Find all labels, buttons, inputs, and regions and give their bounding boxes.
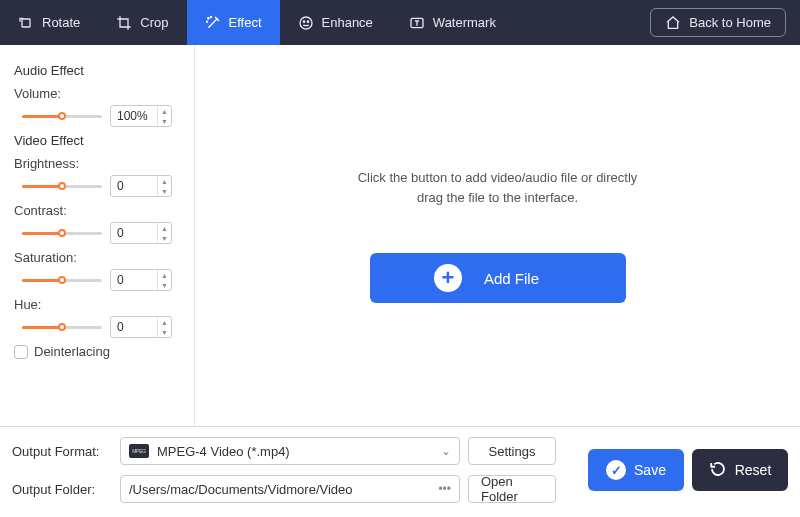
tab-effect[interactable]: Effect (187, 0, 280, 45)
settings-label: Settings (489, 444, 536, 459)
enhance-icon (298, 15, 314, 31)
toolbar-spacer (514, 0, 650, 45)
tab-crop[interactable]: Crop (98, 0, 186, 45)
output-format-label: Output Format: (12, 444, 112, 459)
output-folder-value: /Users/mac/Documents/Vidmore/Video (129, 482, 430, 497)
tab-label: Effect (229, 15, 262, 30)
svg-rect-0 (22, 19, 30, 27)
hue-value: 0 (111, 320, 157, 334)
top-toolbar: Rotate Crop Effect (0, 0, 800, 45)
stepper-buttons[interactable]: ▲▼ (157, 223, 171, 243)
svg-point-4 (300, 17, 312, 29)
svg-point-2 (210, 16, 211, 17)
output-folder-label: Output Folder: (12, 482, 112, 497)
contrast-row: 0 ▲▼ (14, 222, 184, 244)
tab-label: Enhance (322, 15, 373, 30)
save-label: Save (634, 462, 666, 478)
crop-icon (116, 15, 132, 31)
reset-button[interactable]: Reset (692, 449, 788, 491)
output-folder-field[interactable]: /Users/mac/Documents/Vidmore/Video ••• (120, 475, 460, 503)
output-format-value: MPEG-4 Video (*.mp4) (157, 444, 433, 459)
saturation-value: 0 (111, 273, 157, 287)
stepper-buttons[interactable]: ▲▼ (157, 106, 171, 126)
deinterlacing-row[interactable]: Deinterlacing (14, 344, 184, 359)
tab-label: Crop (140, 15, 168, 30)
add-file-label: Add File (484, 270, 539, 287)
volume-stepper[interactable]: 100% ▲▼ (110, 105, 172, 127)
save-button[interactable]: ✓ Save (588, 449, 684, 491)
contrast-stepper[interactable]: 0 ▲▼ (110, 222, 172, 244)
saturation-row: 0 ▲▼ (14, 269, 184, 291)
back-to-home-label: Back to Home (689, 15, 771, 30)
tab-watermark[interactable]: Watermark (391, 0, 514, 45)
deinterlacing-checkbox[interactable] (14, 345, 28, 359)
add-file-button[interactable]: + Add File (370, 253, 626, 303)
hue-row: 0 ▲▼ (14, 316, 184, 338)
audio-effect-title: Audio Effect (14, 63, 184, 78)
tab-rotate[interactable]: Rotate (0, 0, 98, 45)
saturation-slider[interactable] (22, 273, 102, 287)
hue-slider[interactable] (22, 320, 102, 334)
plus-icon: + (434, 264, 462, 292)
watermark-icon (409, 15, 425, 31)
volume-value: 100% (111, 109, 157, 123)
svg-point-5 (303, 21, 304, 22)
rotate-icon (18, 15, 34, 31)
check-icon: ✓ (606, 460, 626, 480)
brightness-row: 0 ▲▼ (14, 175, 184, 197)
tab-label: Rotate (42, 15, 80, 30)
volume-row: 100% ▲▼ (14, 105, 184, 127)
drop-hint: Click the button to add video/audio file… (358, 168, 638, 207)
effect-icon (205, 15, 221, 31)
brightness-value: 0 (111, 179, 157, 193)
output-format-select[interactable]: MPEG-4 Video (*.mp4) ⌄ (120, 437, 460, 465)
svg-point-3 (206, 21, 207, 22)
chevron-down-icon: ⌄ (441, 444, 451, 458)
tab-label: Watermark (433, 15, 496, 30)
reset-icon (709, 460, 727, 481)
contrast-value: 0 (111, 226, 157, 240)
browse-icon[interactable]: ••• (438, 482, 451, 496)
saturation-label: Saturation: (14, 250, 184, 265)
tab-enhance[interactable]: Enhance (280, 0, 391, 45)
open-folder-label: Open Folder (481, 474, 543, 504)
brightness-slider[interactable] (22, 179, 102, 193)
stepper-buttons[interactable]: ▲▼ (157, 270, 171, 290)
video-effect-title: Video Effect (14, 133, 184, 148)
bottom-bar: Output Format: MPEG-4 Video (*.mp4) ⌄ Se… (0, 427, 800, 517)
contrast-slider[interactable] (22, 226, 102, 240)
mpeg-icon (129, 444, 149, 458)
svg-point-1 (207, 17, 208, 18)
contrast-label: Contrast: (14, 203, 184, 218)
brightness-label: Brightness: (14, 156, 184, 171)
hue-label: Hue: (14, 297, 184, 312)
drop-zone[interactable]: Click the button to add video/audio file… (195, 45, 800, 426)
open-folder-button[interactable]: Open Folder (468, 475, 556, 503)
svg-point-6 (307, 21, 308, 22)
stepper-buttons[interactable]: ▲▼ (157, 176, 171, 196)
hue-stepper[interactable]: 0 ▲▼ (110, 316, 172, 338)
stepper-buttons[interactable]: ▲▼ (157, 317, 171, 337)
effects-sidebar: Audio Effect Volume: 100% ▲▼ Video Effec… (0, 45, 195, 426)
reset-label: Reset (735, 462, 772, 478)
settings-button[interactable]: Settings (468, 437, 556, 465)
back-to-home-button[interactable]: Back to Home (650, 8, 786, 37)
volume-label: Volume: (14, 86, 184, 101)
main-area: Audio Effect Volume: 100% ▲▼ Video Effec… (0, 45, 800, 427)
volume-slider[interactable] (22, 109, 102, 123)
home-icon (665, 15, 681, 31)
brightness-stepper[interactable]: 0 ▲▼ (110, 175, 172, 197)
deinterlacing-label: Deinterlacing (34, 344, 110, 359)
saturation-stepper[interactable]: 0 ▲▼ (110, 269, 172, 291)
